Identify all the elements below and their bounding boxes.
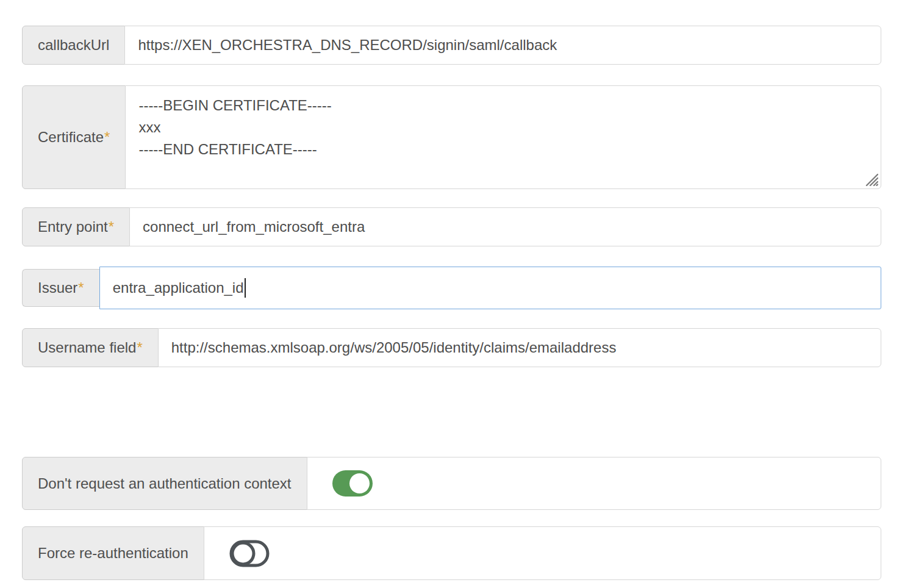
username-field-input[interactable]: http://schemas.xmlsoap.org/ws/2005/05/id… (158, 328, 881, 367)
issuer-input-focused[interactable]: entra_application_id (99, 267, 881, 309)
resize-grip-icon[interactable] (865, 173, 878, 186)
certificate-label: Certificate* (22, 85, 126, 189)
field-row-entry-point: Entry point* connect_url_from_microsoft_… (22, 207, 881, 246)
no-auth-context-label: Don't request an authentication context (22, 457, 307, 510)
input-value: entra_application_id (113, 279, 244, 296)
toggle-on-icon[interactable] (332, 470, 373, 497)
certificate-textarea[interactable]: -----BEGIN CERTIFICATE----- xxx -----END… (125, 85, 881, 189)
input-value: http://schemas.xmlsoap.org/ws/2005/05/id… (171, 339, 617, 356)
field-row-certificate: Certificate* -----BEGIN CERTIFICATE-----… (22, 85, 881, 189)
force-reauth-control (204, 526, 881, 580)
field-label: Don't request an authentication context (38, 475, 292, 492)
text-cursor (245, 278, 246, 298)
username-field-label: Username field* (22, 328, 159, 367)
field-row-username-field: Username field* http://schemas.xmlsoap.o… (22, 328, 881, 367)
issuer-label: Issuer* (22, 269, 99, 307)
field-row-force-reauth: Force re-authentication (22, 526, 881, 580)
field-label: Entry point (38, 218, 108, 235)
toggle-off-icon[interactable] (229, 540, 270, 567)
input-value: https://XEN_ORCHESTRA_DNS_RECORD/signin/… (138, 37, 557, 54)
entry-point-label: Entry point* (22, 207, 130, 246)
field-label: Force re-authentication (38, 545, 188, 562)
field-row-issuer: Issuer* entra_application_id (22, 267, 881, 309)
required-asterisk: * (137, 339, 142, 356)
field-row-callback-url: callbackUrl https://XEN_ORCHESTRA_DNS_RE… (22, 26, 881, 65)
field-row-no-auth-context: Don't request an authentication context (22, 457, 881, 510)
textarea-value: -----BEGIN CERTIFICATE----- xxx -----END… (138, 95, 331, 160)
input-value: connect_url_from_microsoft_entra (143, 218, 365, 235)
required-asterisk: * (104, 129, 110, 146)
force-reauth-label: Force re-authentication (22, 526, 204, 580)
no-auth-context-control (307, 457, 881, 510)
required-asterisk: * (109, 218, 114, 235)
saml-plugin-config-form: callbackUrl https://XEN_ORCHESTRA_DNS_RE… (0, 0, 902, 580)
field-label: Username field (38, 339, 136, 356)
entry-point-input[interactable]: connect_url_from_microsoft_entra (129, 207, 881, 246)
field-label: callbackUrl (38, 37, 109, 54)
callback-url-input[interactable]: https://XEN_ORCHESTRA_DNS_RECORD/signin/… (124, 26, 881, 65)
required-asterisk: * (78, 279, 84, 296)
callback-url-label: callbackUrl (22, 26, 125, 65)
field-label: Issuer (38, 279, 77, 296)
field-label: Certificate (38, 129, 104, 146)
